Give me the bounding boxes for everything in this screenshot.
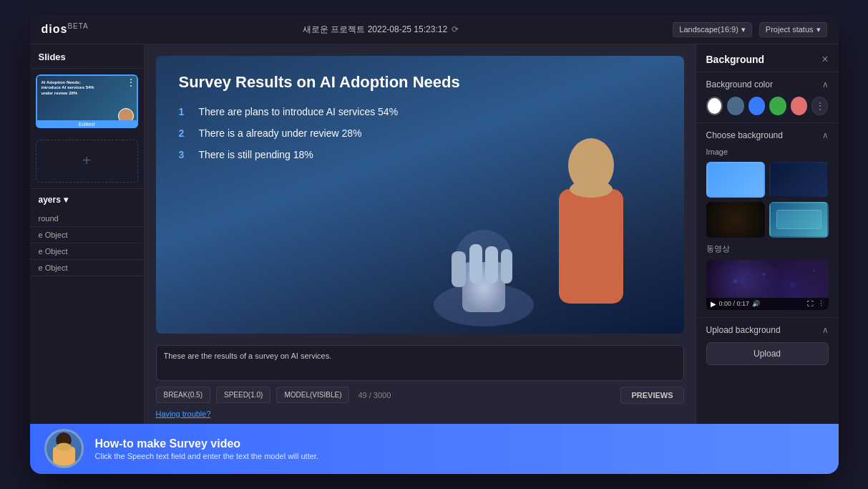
panel-header: Background × [696,44,839,72]
background-color-label: Background color [706,79,773,89]
video-more-icon[interactable]: ⋮ [818,300,824,307]
add-icon: + [82,152,91,169]
list-item: 1 There are plans to introduce AI servic… [179,106,661,117]
project-status-button[interactable]: Project status ▾ [759,22,827,37]
slide-thumb-text: AI Adoption Needs:introduce AI services … [42,80,132,97]
tutorial-avatar [44,429,84,468]
bottom-controls: BREAK(0.5) SPEED(1.0) MODEL(VISIBLE) 49 … [156,387,684,404]
speed-button[interactable]: SPEED(1.0) [216,387,270,403]
chevron-up-icon: ∧ [822,79,829,89]
chevron-down-icon: ▾ [816,25,821,34]
tutorial-subtitle: Click the Speech text field and enter th… [95,452,318,460]
image-section-label: Image [706,147,829,156]
slide-canvas: Survey Results on AI Adoption Needs 1 Th… [156,56,684,334]
color-swatch-green[interactable] [769,97,786,115]
svg-rect-8 [559,189,623,304]
top-bar-right: Landscape(16:9) ▾ Project status ▾ [673,22,826,37]
layer-item-background[interactable]: round [30,210,144,227]
color-swatch-white[interactable] [706,97,723,115]
chevron-down-icon: ▾ [741,25,746,34]
project-name: 새로운 프로젝트 2022-08-25 15:23:12 [303,24,447,36]
chevron-down-icon: ▾ [64,195,68,205]
upload-button[interactable]: Upload [706,342,829,365]
video-controls: ▶ 0:00 / 0:17 🔊 ⛶ ⋮ [706,298,829,310]
choose-background-header[interactable]: Choose background ∧ [706,130,829,140]
background-color-header[interactable]: Background color ∧ [706,79,829,89]
landscape-label: Landscape(16:9) [679,25,738,34]
slide-edited-badge: Edited [36,120,138,128]
video-time: 0:00 / 0:17 [719,300,750,307]
svg-point-9 [570,180,613,198]
add-slide-button[interactable]: + [36,140,138,183]
svg-line-15 [764,274,792,285]
layers-label: ayers [39,195,61,205]
svg-point-19 [56,443,71,451]
layers-header[interactable]: ayers ▾ [30,189,144,210]
upload-background-section: Upload background ∧ Upload [696,318,839,372]
slide-more-button[interactable]: ⋮ [127,77,135,87]
slide-thumbnail-1[interactable]: AI Adoption Needs:introduce AI services … [36,74,138,128]
layer-item-2[interactable]: e Object [30,243,144,260]
background-thumbnails [706,162,829,238]
choose-background-section: Choose background ∧ Image 동영상 [696,123,839,318]
having-trouble-link[interactable]: Having trouble? [156,410,684,418]
layer-item-1[interactable]: e Object [30,227,144,243]
video-section-label: 동영상 [706,243,829,254]
center-area: Survey Results on AI Adoption Needs 1 Th… [145,44,696,424]
tutorial-text: How-to make Survey video Click the Speec… [95,437,318,460]
chevron-up-icon: ∧ [822,325,829,335]
previews-button[interactable]: PREVIEWS [620,387,683,404]
app-logo: diosBETA [42,22,89,36]
chevron-up-icon: ∧ [822,130,829,140]
top-bar-center: 새로운 프로젝트 2022-08-25 15:23:12 ⟳ [97,24,665,36]
color-swatch-blue[interactable] [748,97,766,115]
landscape-button[interactable]: Landscape(16:9) ▾ [673,22,752,37]
person-avatar [527,147,655,334]
char-count: 49 / 3000 [358,391,391,400]
layer-item-3[interactable]: e Object [30,260,144,276]
bg-thumb-dark-blue[interactable] [769,162,829,198]
color-swatch-dark-blue[interactable] [727,97,744,115]
video-volume-icon[interactable]: 🔊 [752,300,760,307]
layers-section: ayers ▾ round e Object e Object e Object [30,188,144,424]
break-button[interactable]: BREAK(0.5) [156,387,210,403]
top-bar: diosBETA 새로운 프로젝트 2022-08-25 15:23:12 ⟳ … [30,16,839,44]
upload-background-label: Upload background [706,325,781,335]
close-icon[interactable]: × [821,53,828,66]
color-swatch-red[interactable] [791,97,808,115]
choose-background-label: Choose background [706,130,783,140]
project-status-label: Project status [766,25,814,34]
speech-text-container: These are the results of a survey on AI … [156,345,684,381]
slide-title: Survey Results on AI Adoption Needs [179,73,661,92]
model-visible-button[interactable]: MODEL(VISIBLE) [276,387,349,403]
bg-thumb-dark-space[interactable] [706,202,766,238]
svg-point-6 [455,230,512,287]
background-color-section: Background color ∧ ⋮ [696,72,839,123]
sidebar: Slides AI Adoption Needs:introduce AI se… [30,44,145,424]
svg-point-13 [812,269,815,272]
refresh-icon[interactable]: ⟳ [452,24,459,34]
speech-text-input[interactable]: These are the results of a survey on AI … [164,352,676,369]
video-expand-icon[interactable]: ⛶ [807,300,814,307]
video-thumbnail[interactable]: ▶ 0:00 / 0:17 🔊 ⛶ ⋮ [706,260,829,310]
more-colors-button[interactable]: ⋮ [811,97,828,115]
bg-thumb-world-map[interactable] [769,202,829,238]
tutorial-bar: How-to make Survey video Click the Speec… [30,424,839,474]
tutorial-title: How-to make Survey video [95,437,318,450]
bg-thumb-blue-gradient[interactable] [706,162,766,198]
video-play-button[interactable]: ▶ [711,300,716,308]
right-panel: Background × Background color ∧ ⋮ [696,44,839,424]
main-content: Slides AI Adoption Needs:introduce AI se… [30,44,839,424]
slides-panel-header: Slides [30,44,144,69]
panel-title: Background [706,54,765,65]
color-swatches: ⋮ [706,97,829,115]
upload-background-header[interactable]: Upload background ∧ [706,325,829,335]
app-wrapper: diosBETA 새로운 프로젝트 2022-08-25 15:23:12 ⟳ … [30,16,839,474]
svg-line-14 [735,274,764,281]
